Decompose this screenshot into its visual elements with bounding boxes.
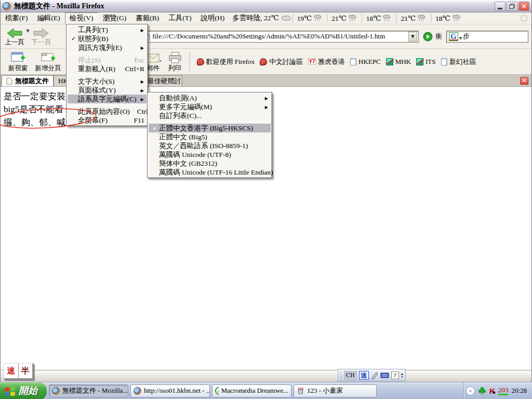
teal-site-icon: [386, 58, 393, 65]
new-tab-button[interactable]: 新增分頁: [32, 50, 65, 73]
menu-file[interactable]: 檔案(F): [1, 12, 33, 24]
dreamweaver-icon: d: [215, 387, 219, 395]
encoding-submenu: 自動偵測(A) 更多字元編碼(M) 自訂列表(C)... ●正體中文香港字 (B…: [147, 92, 272, 178]
menu-item-page-source[interactable]: 此頁原始內容(O)Ctrl+U: [68, 107, 147, 116]
menu-bookmarks[interactable]: 書籤(B): [131, 12, 164, 24]
forecast-day-3[interactable]: 18℃: [362, 14, 396, 23]
start-button[interactable]: 開始: [0, 382, 47, 399]
forecast-day-1[interactable]: 19℃: [292, 14, 327, 23]
task-paint[interactable]: 123 - 小畫家: [294, 384, 377, 397]
page-icon: [441, 58, 447, 65]
weather-summary[interactable]: 多雲時陰, 22℃: [232, 14, 292, 23]
google-icon: G: [449, 32, 458, 41]
menu-separator: [150, 122, 270, 122]
search-engine-caret[interactable]: ▼: [459, 36, 462, 41]
menu-item-statusbar[interactable]: ✓狀態列(B): [68, 34, 147, 43]
svg-text:d: d: [218, 389, 219, 394]
menu-item-utf-16le[interactable]: 萬國碼 Unicode (UTF-16 Little Endian): [149, 168, 271, 177]
drag-handle[interactable]: [340, 371, 342, 379]
menu-item-utf-8[interactable]: 萬國碼 Unicode (UTF-8): [149, 150, 271, 159]
menu-separator: [69, 54, 145, 54]
yahoo-icon: Y7: [308, 58, 316, 65]
ime-float-window[interactable]: 速 半: [3, 363, 33, 379]
ime-mode-indicator[interactable]: 速: [359, 371, 369, 380]
menu-edit[interactable]: 編輯(E): [33, 12, 65, 24]
forecast-day-2[interactable]: 21℃: [327, 14, 362, 23]
restore-icon: [509, 5, 514, 9]
print-icon: [168, 52, 182, 64]
langbar-options-icon[interactable]: ▪▾: [401, 373, 403, 378]
taskbar-clock[interactable]: 20:28: [511, 387, 527, 395]
ime-speed-button[interactable]: 速: [4, 364, 19, 378]
tray-counter: 203: [498, 387, 509, 395]
task-firefox-untitled[interactable]: 無標題文件 - Mozilla...: [49, 384, 128, 397]
help-icon[interactable]: ?: [391, 371, 399, 379]
tray-collapse-icon[interactable]: ‹: [466, 387, 475, 395]
bookmark-chinese-forum[interactable]: 中文討論區: [257, 56, 305, 68]
bookmark-new-fantasy[interactable]: 新幻社區: [438, 56, 479, 68]
tab-untitled-document[interactable]: 無標題文件: [2, 75, 54, 86]
menu-item-full-screen[interactable]: 全螢幕(F)F11: [68, 116, 147, 125]
menu-view[interactable]: 檢視(V): [65, 12, 98, 24]
new-window-button[interactable]: 新視窗: [5, 50, 32, 73]
menu-item-more-encodings[interactable]: 更多字元編碼(M): [149, 102, 271, 111]
print-button[interactable]: 列印: [165, 51, 185, 73]
menu-item-reload[interactable]: 重新載入(R)Ctrl+R: [68, 64, 147, 73]
menu-item-page-style[interactable]: 頁面樣式(Y): [68, 86, 147, 95]
menu-item-character-encoding[interactable]: 語系及字元編碼(C): [68, 95, 147, 103]
forecast-day-4[interactable]: 21℃: [396, 14, 431, 23]
check-icon: ✓: [69, 35, 78, 42]
bookmark-welcome-firefox[interactable]: 歡迎使用 Firefox: [194, 56, 258, 68]
menu-go[interactable]: 瀏覽(G): [98, 12, 131, 24]
bookmark-its[interactable]: ITS: [414, 57, 438, 67]
task-dreamweaver[interactable]: d Macromedia Dreamwe...: [212, 384, 291, 397]
radio-selected-icon: ●: [150, 125, 159, 131]
menu-item-text-size[interactable]: 文字大小(S): [68, 77, 147, 86]
url-text[interactable]: file:///C:/Documents%20and%20Settings/Ad…: [152, 32, 408, 41]
bookmark-yahoo-hk[interactable]: Y7 雅虎香港: [305, 56, 348, 68]
language-bar[interactable]: CH 速 ? ▪▾: [338, 369, 406, 381]
search-input[interactable]: G ▼ 步: [446, 31, 528, 43]
ime-halfwidth-button[interactable]: 半: [19, 364, 33, 378]
minimize-button[interactable]: [495, 2, 506, 11]
clover-tray-icon[interactable]: [478, 387, 486, 395]
url-dropdown-button[interactable]: ▼: [408, 32, 417, 42]
menu-item-customize-list[interactable]: 自訂列表(C)...: [149, 111, 271, 120]
search-query-text: 步: [463, 32, 470, 41]
menu-item-sidebar[interactable]: 資訊方塊列(E): [68, 43, 147, 52]
menu-item-gb2312[interactable]: 簡体中文 (GB2312): [149, 159, 271, 168]
close-button[interactable]: ×: [518, 2, 529, 11]
menu-tools[interactable]: 工具(T): [164, 12, 196, 24]
rain-icon: [418, 15, 427, 22]
restore-button[interactable]: [507, 2, 517, 11]
firefox-red-icon: [260, 58, 267, 65]
firefox-icon: [52, 387, 60, 395]
menu-item-iso-8859-1[interactable]: 英文／西歐語系 (ISO-8859-1): [149, 141, 271, 150]
toolbar-separator: [190, 52, 190, 71]
language-indicator[interactable]: CH: [344, 371, 357, 380]
task-firefox-sso[interactable]: http://sso01.hkbn.net - ...: [130, 384, 210, 397]
menu-item-big5[interactable]: 正體中文 (Big5): [149, 132, 271, 141]
go-button[interactable]: 衝: [423, 32, 442, 42]
bookmark-hkepc[interactable]: HKEPC: [348, 57, 383, 67]
pen-icon[interactable]: [371, 371, 378, 379]
view-menu: 工具列(T) ✓狀態列(B) 資訊方塊列(E) 停止(S)Esc 重新載入(R)…: [66, 24, 148, 126]
forward-button[interactable]: 下一頁: [30, 26, 54, 47]
menu-help[interactable]: 說明(H): [196, 12, 230, 24]
page-icon: [6, 77, 12, 85]
menu-item-big5-hkscs[interactable]: ●正體中文香港字 (Big5-HKSCS): [149, 124, 271, 132]
rain-icon: [383, 15, 392, 22]
teal-site-icon: [416, 58, 423, 65]
keyboard-icon[interactable]: [380, 371, 389, 379]
menubar: 檔案(F) 編輯(E) 檢視(V) 瀏覽(G) 書籤(B) 工具(T) 說明(H…: [1, 12, 531, 24]
address-bar[interactable]: file:///C:/Documents%20and%20Settings/Ad…: [142, 31, 419, 43]
menu-item-stop[interactable]: 停止(S)Esc: [68, 56, 147, 64]
menu-item-auto-detect[interactable]: 自動偵測(A): [149, 94, 271, 102]
bookmark-mhk[interactable]: MHK: [383, 57, 414, 67]
forecast-day-5[interactable]: 18℃: [431, 14, 466, 23]
back-button[interactable]: 上一頁: [3, 26, 26, 47]
menu-item-toolbars[interactable]: 工具列(T): [68, 25, 147, 34]
go-icon: [423, 32, 433, 42]
close-tab-button[interactable]: ✕: [520, 77, 528, 85]
kaspersky-tray-icon[interactable]: K: [489, 387, 495, 395]
